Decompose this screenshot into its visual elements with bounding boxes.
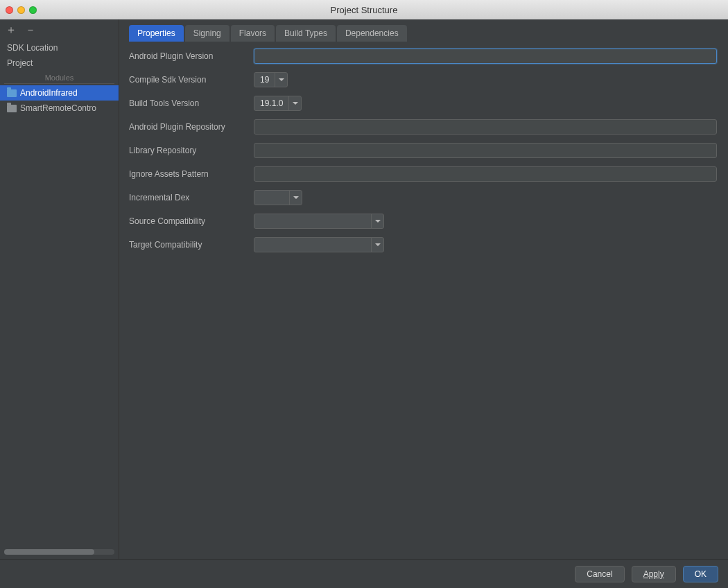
dialog-footer: Cancel Apply OK — [0, 559, 728, 588]
label-android-plugin-repository: Android Plugin Repository — [129, 122, 248, 132]
label-source-compatibility: Source Compatibility — [129, 216, 248, 226]
combo-target-compatibility[interactable] — [254, 237, 384, 252]
window-title: Project Structure — [0, 5, 728, 15]
label-ignore-assets-pattern: Ignore Assets Pattern — [129, 169, 248, 179]
titlebar: Project Structure — [0, 0, 728, 19]
tab-signing[interactable]: Signing — [185, 25, 229, 42]
combo-value — [254, 238, 371, 252]
row-compile-sdk-version: Compile Sdk Version 19 — [129, 72, 717, 87]
cancel-button[interactable]: Cancel — [575, 566, 624, 582]
apply-button[interactable]: Apply — [632, 566, 676, 582]
tab-flavors[interactable]: Flavors — [231, 25, 275, 42]
sidebar-list: SDK Location Project Modules AndroidInfr… — [0, 40, 119, 546]
zoom-window-icon[interactable] — [29, 6, 37, 14]
combo-incremental-dex[interactable] — [254, 190, 302, 205]
combo-value — [254, 214, 371, 228]
main-panel: Properties Signing Flavors Build Types D… — [119, 19, 728, 559]
label-library-repository: Library Repository — [129, 146, 248, 155]
module-folder-icon — [7, 105, 17, 112]
apply-button-label: Apply — [643, 569, 664, 579]
sidebar-module-label: AndroidInfrared — [20, 88, 78, 98]
combo-compile-sdk-version[interactable]: 19 — [254, 72, 288, 87]
chevron-down-icon[interactable] — [275, 73, 287, 87]
sidebar-item-sdk-location[interactable]: SDK Location — [0, 40, 119, 55]
minimize-window-icon[interactable] — [17, 6, 25, 14]
input-android-plugin-repository[interactable] — [254, 119, 717, 135]
combo-value: 19 — [254, 73, 275, 87]
row-source-compatibility: Source Compatibility — [129, 214, 717, 229]
label-target-compatibility: Target Compatibility — [129, 240, 248, 250]
combo-build-tools-version[interactable]: 19.1.0 — [254, 96, 302, 111]
label-build-tools-version: Build Tools Version — [129, 98, 248, 108]
remove-module-button[interactable]: － — [25, 24, 36, 35]
row-library-repository: Library Repository — [129, 143, 717, 158]
input-ignore-assets-pattern[interactable] — [254, 166, 717, 182]
window-controls — [6, 6, 37, 14]
row-incremental-dex: Incremental Dex — [129, 190, 717, 205]
combo-value: 19.1.0 — [254, 96, 288, 110]
chevron-down-icon[interactable] — [371, 214, 383, 228]
tab-dependencies[interactable]: Dependencies — [337, 25, 407, 42]
tab-build-types[interactable]: Build Types — [276, 25, 336, 42]
sidebar-toolbar: ＋ － — [0, 19, 119, 40]
module-folder-icon — [7, 89, 17, 97]
sidebar-section-modules: Modules — [4, 71, 114, 84]
ok-button[interactable]: OK — [683, 566, 718, 582]
input-library-repository[interactable] — [254, 143, 717, 158]
properties-form: Android Plugin Version Compile Sdk Versi… — [129, 49, 721, 252]
sidebar: ＋ － SDK Location Project Modules Android… — [0, 19, 119, 559]
row-build-tools-version: Build Tools Version 19.1.0 — [129, 96, 717, 111]
sidebar-module-label: SmartRemoteContro — [20, 103, 96, 113]
sidebar-module-androidinfrared[interactable]: AndroidInfrared — [0, 85, 119, 101]
chevron-down-icon[interactable] — [289, 191, 302, 205]
label-incremental-dex: Incremental Dex — [129, 193, 248, 202]
row-android-plugin-repository: Android Plugin Repository — [129, 119, 717, 135]
row-ignore-assets-pattern: Ignore Assets Pattern — [129, 166, 717, 182]
tab-bar: Properties Signing Flavors Build Types D… — [129, 25, 721, 42]
input-android-plugin-version[interactable] — [254, 49, 717, 64]
sidebar-module-smartremote[interactable]: SmartRemoteContro — [0, 101, 119, 116]
sidebar-horizontal-scrollbar[interactable] — [4, 549, 114, 555]
add-module-button[interactable]: ＋ — [6, 24, 17, 35]
label-android-plugin-version: Android Plugin Version — [129, 51, 248, 61]
close-window-icon[interactable] — [6, 6, 13, 14]
chevron-down-icon[interactable] — [288, 96, 301, 110]
row-android-plugin-version: Android Plugin Version — [129, 49, 717, 64]
content-area: ＋ － SDK Location Project Modules Android… — [0, 19, 728, 559]
combo-source-compatibility[interactable] — [254, 214, 384, 229]
sidebar-item-project[interactable]: Project — [0, 55, 119, 71]
chevron-down-icon[interactable] — [371, 238, 383, 252]
combo-value — [254, 191, 289, 205]
tab-properties[interactable]: Properties — [129, 25, 184, 42]
label-compile-sdk-version: Compile Sdk Version — [129, 75, 248, 85]
row-target-compatibility: Target Compatibility — [129, 237, 717, 252]
